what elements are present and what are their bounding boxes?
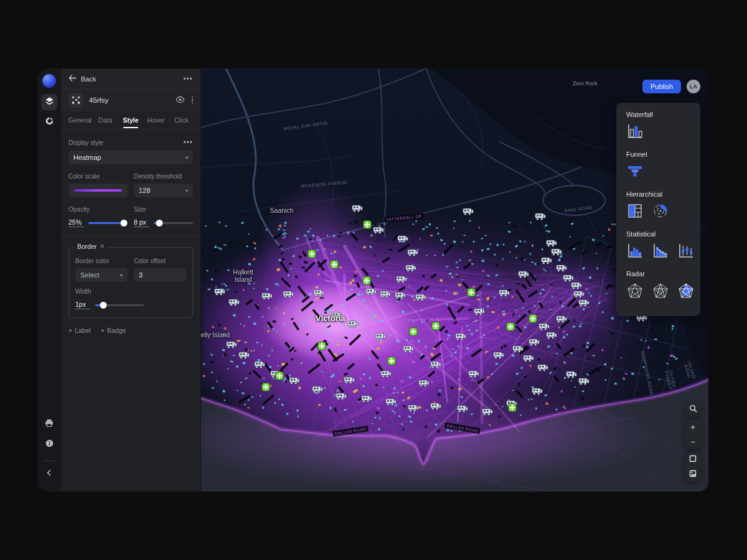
truck-marker[interactable] <box>375 332 386 340</box>
back-button[interactable]: Back <box>68 75 96 83</box>
treemap-icon[interactable] <box>626 202 644 222</box>
truck-marker[interactable] <box>541 256 552 264</box>
truck-marker[interactable] <box>397 234 408 242</box>
collapse-sidebar-button[interactable] <box>41 465 57 482</box>
green-plus-marker[interactable] <box>409 327 418 336</box>
truck-marker[interactable] <box>228 297 240 306</box>
truck-marker[interactable] <box>385 398 397 406</box>
publish-button[interactable]: Publish <box>642 80 681 93</box>
truck-marker[interactable] <box>347 320 359 328</box>
green-plus-marker[interactable] <box>275 371 284 380</box>
print-button[interactable] <box>41 416 57 432</box>
truck-marker[interactable] <box>523 354 534 362</box>
color-offset-input[interactable]: 3 <box>134 268 186 282</box>
radar-icon[interactable] <box>626 282 644 302</box>
green-plus-marker[interactable] <box>467 288 476 297</box>
layer-row[interactable]: 45rfsy <box>61 90 200 111</box>
size-slider-thumb[interactable] <box>156 220 162 226</box>
add-badge-button[interactable]: +Badge <box>101 327 126 334</box>
truck-marker[interactable] <box>365 287 377 295</box>
green-plus-marker[interactable] <box>308 250 316 258</box>
truck-marker[interactable] <box>380 289 391 297</box>
truck-marker[interactable] <box>352 203 363 212</box>
display-style-select[interactable]: Heatmap ▾ <box>68 151 193 164</box>
truck-marker[interactable] <box>361 394 372 402</box>
truck-marker[interactable] <box>226 340 237 348</box>
zoom-in-button[interactable]: + <box>685 419 701 434</box>
truck-marker[interactable] <box>474 307 485 315</box>
truck-marker[interactable] <box>571 281 582 289</box>
truck-marker[interactable] <box>430 401 441 409</box>
green-plus-marker[interactable] <box>330 260 339 269</box>
tab-hover[interactable]: Hover <box>143 111 169 128</box>
visibility-eye-icon[interactable] <box>176 96 185 105</box>
truck-marker[interactable] <box>313 288 324 296</box>
size-value[interactable]: 8 px <box>134 218 149 227</box>
truck-marker[interactable] <box>538 322 550 330</box>
truck-marker[interactable] <box>546 239 557 247</box>
pareto-icon[interactable] <box>652 242 669 262</box>
truck-marker[interactable] <box>415 293 426 301</box>
tab-general[interactable]: General <box>67 111 93 128</box>
truck-marker[interactable] <box>344 375 355 383</box>
truck-marker[interactable] <box>380 370 392 378</box>
app-logo-icon[interactable] <box>42 74 56 88</box>
tab-click[interactable]: Click <box>169 111 194 128</box>
green-plus-marker[interactable] <box>317 342 326 350</box>
truck-marker[interactable] <box>551 247 562 255</box>
layers-tool-button[interactable] <box>41 94 57 110</box>
truck-marker[interactable] <box>578 299 590 307</box>
border-width-slider-thumb[interactable] <box>100 302 107 309</box>
border-width-value[interactable]: 1px <box>75 301 90 309</box>
truck-marker[interactable] <box>546 330 557 338</box>
truck-marker[interactable] <box>289 376 300 385</box>
truck-marker[interactable] <box>214 287 225 295</box>
truck-marker[interactable] <box>512 345 524 353</box>
truck-marker[interactable] <box>430 360 441 368</box>
layer-menu-icon[interactable] <box>192 96 194 104</box>
truck-marker[interactable] <box>405 264 416 272</box>
truck-marker[interactable] <box>463 207 474 215</box>
border-color-select[interactable]: Select ▾ <box>75 268 128 282</box>
truck-marker[interactable] <box>556 264 567 272</box>
truck-marker[interactable] <box>455 332 466 340</box>
green-plus-marker[interactable] <box>387 357 396 365</box>
avatar[interactable]: LA <box>687 80 700 93</box>
truck-marker[interactable] <box>312 385 323 393</box>
waterfall-icon[interactable] <box>626 123 644 142</box>
screenshot-button[interactable] <box>685 467 701 482</box>
radar-filled-icon[interactable] <box>677 282 695 302</box>
opacity-slider[interactable] <box>88 219 128 226</box>
truck-marker[interactable] <box>396 274 407 282</box>
opacity-slider-thumb[interactable] <box>121 220 128 226</box>
panel-menu-icon[interactable]: ••• <box>183 75 193 83</box>
truck-marker[interactable] <box>331 310 342 319</box>
green-plus-marker[interactable] <box>529 314 537 323</box>
fullscreen-button[interactable] <box>685 452 701 467</box>
truck-marker[interactable] <box>403 345 414 353</box>
truck-marker[interactable] <box>535 212 546 220</box>
truck-marker[interactable] <box>468 370 479 378</box>
map-search-button[interactable] <box>685 402 701 417</box>
truck-marker[interactable] <box>532 387 543 395</box>
remove-border-icon[interactable]: ✕ <box>100 243 105 250</box>
truck-marker[interactable] <box>499 288 510 296</box>
green-plus-marker[interactable] <box>508 403 517 412</box>
charts-tool-button[interactable] <box>41 114 57 130</box>
truck-marker[interactable] <box>537 363 548 371</box>
tab-data[interactable]: Data <box>93 111 118 128</box>
green-plus-marker[interactable] <box>506 322 515 331</box>
green-plus-marker[interactable] <box>431 322 440 330</box>
truck-marker[interactable] <box>408 403 419 411</box>
truck-marker[interactable] <box>556 314 567 322</box>
truck-marker[interactable] <box>529 338 540 346</box>
display-style-menu-icon[interactable]: ••• <box>183 138 193 147</box>
funnel-icon[interactable] <box>626 162 644 182</box>
green-plus-marker[interactable] <box>261 383 270 391</box>
truck-marker[interactable] <box>373 226 384 234</box>
color-scale-swatch[interactable] <box>68 184 128 197</box>
truck-marker[interactable] <box>418 379 430 387</box>
truck-marker[interactable] <box>457 404 468 413</box>
sunburst-icon[interactable] <box>652 202 669 222</box>
border-width-slider[interactable] <box>95 301 144 309</box>
